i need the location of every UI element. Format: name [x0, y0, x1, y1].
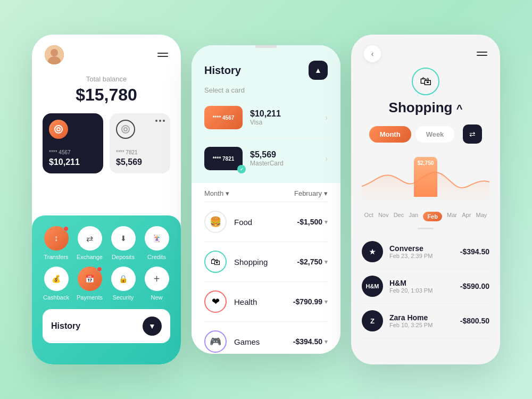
divider-3	[204, 242, 328, 242]
cards-row: **** 4567 $10,211 **** 7821 $5,569	[32, 113, 181, 182]
p2-top-section: History ▲ Select a card **** 4567 $10,21…	[192, 45, 340, 183]
divider-2	[204, 202, 328, 202]
svg-point-3	[55, 126, 62, 133]
divider-1	[204, 138, 328, 138]
action-exchange[interactable]: ⇄ Exchange	[76, 226, 103, 260]
food-amount: -$1,500 ▾	[297, 218, 328, 226]
menu-icon[interactable]	[157, 53, 168, 57]
month-jan: Jan	[409, 212, 418, 221]
card2-number: **** 7821	[116, 149, 164, 155]
history-title: History	[51, 321, 80, 331]
shopping-amount: -$2,750 ▾	[297, 257, 328, 266]
card2-balance: $5,569	[116, 157, 164, 167]
exchange-label: Exchange	[77, 254, 103, 260]
health-amount: -$790.99 ▾	[293, 297, 328, 306]
svg-point-5	[122, 126, 129, 133]
svg-point-4	[57, 128, 60, 131]
balance-section: Total balance $15,780	[32, 70, 181, 113]
action-transfers[interactable]: ↕ Transfers	[43, 226, 70, 260]
shopping-name: Shopping	[234, 257, 290, 267]
shopping-title: Shopping ^	[351, 99, 500, 116]
month-axis: Oct Nov Dec Jan Feb Mar Apr May	[351, 212, 500, 221]
action-payments[interactable]: 📅 Payments	[76, 267, 103, 301]
p2-bottom-section: Month ▾ February ▾ 🍔 Food -$1,500 ▾ 🛍 Sh…	[192, 183, 340, 354]
notch	[255, 45, 277, 48]
converse-info: Converse Feb 23, 2:39 PM	[389, 244, 454, 259]
card-arrow-2: ›	[325, 154, 328, 163]
exchange-icon: ⇄	[78, 226, 102, 251]
food-name: Food	[234, 218, 290, 227]
teal-section: ↕ Transfers ⇄ Exchange ⬇ Deposits 🃏	[32, 215, 181, 364]
action-cashback[interactable]: 💰 Cashback	[43, 267, 70, 301]
card-thumb-2-number: **** 7821	[213, 156, 235, 162]
card-thumb-dark: **** 7821 ✓	[204, 147, 243, 170]
history-bar: History ▼	[43, 309, 170, 343]
back-button[interactable]: ‹	[364, 45, 381, 62]
phone-3: ‹ 🛍 Shopping ^ Month Week ⇄ $2,750	[351, 35, 500, 364]
swap-button[interactable]: ⇄	[463, 124, 482, 144]
card-dark[interactable]: **** 4567 $10,211	[43, 113, 103, 173]
hm-amount: -$590.00	[460, 282, 489, 290]
month-feb[interactable]: Feb	[423, 212, 442, 221]
action-security[interactable]: 🔒 Security	[110, 267, 137, 301]
divider-4	[204, 281, 328, 282]
phone3-header: ‹	[351, 35, 500, 68]
action-new[interactable]: + New	[143, 267, 170, 301]
credits-icon: 🃏	[145, 226, 169, 251]
month-filter[interactable]: Month ▾	[204, 189, 229, 197]
card-amount-2: $5,569	[250, 150, 318, 160]
category-games[interactable]: 🎮 Games -$394.50 ▾	[192, 324, 340, 354]
shopping-chevron: ▾	[325, 259, 328, 265]
month-label: Month	[204, 189, 223, 197]
transfers-badge	[63, 226, 69, 231]
converse-date: Feb 23, 2:39 PM	[389, 253, 454, 259]
period-label: February	[294, 189, 322, 197]
history-arrow[interactable]: ▼	[143, 317, 162, 336]
tx-zara[interactable]: Z Zara Home Feb 10, 3:25 PM -$800.50	[362, 304, 489, 338]
phone3-menu[interactable]	[477, 52, 487, 56]
card-item-2[interactable]: **** 7821 ✓ $5,569 MasterCard ›	[192, 140, 340, 177]
balance-amount: $15,780	[45, 85, 168, 105]
card-type-1: Visa	[250, 119, 318, 126]
action-deposits[interactable]: ⬇ Deposits	[110, 226, 137, 260]
converse-name: Converse	[389, 244, 454, 253]
svg-point-6	[124, 128, 127, 131]
security-label: Security	[113, 294, 134, 301]
zara-name: Zara Home	[389, 313, 454, 322]
month-apr: Apr	[462, 212, 471, 221]
period-chevron: ▾	[324, 189, 328, 197]
converse-amount: -$394.50	[460, 247, 489, 256]
week-period-btn[interactable]: Week	[415, 126, 455, 143]
period-filter[interactable]: February ▾	[294, 189, 328, 197]
chevron-up-icon: ▲	[314, 66, 322, 74]
avatar	[45, 45, 64, 64]
food-icon: 🍔	[204, 211, 227, 233]
category-health[interactable]: ❤ Health -$790.99 ▾	[192, 284, 340, 319]
card-type-2: MasterCard	[250, 160, 318, 167]
hm-name: H&M	[389, 279, 454, 287]
divider-handle	[418, 228, 434, 229]
games-name: Games	[234, 337, 286, 346]
tx-converse[interactable]: ★ Converse Feb 23, 2:39 PM -$394.50	[362, 235, 489, 269]
card-light[interactable]: **** 7821 $5,569	[110, 113, 170, 173]
chart-svg	[362, 154, 489, 207]
category-food[interactable]: 🍔 Food -$1,500 ▾	[192, 204, 340, 239]
month-period-btn[interactable]: Month	[369, 126, 411, 143]
category-shopping[interactable]: 🛍 Shopping -$2,750 ▾	[192, 244, 340, 279]
card-thumb-1-number: **** 4567	[213, 115, 235, 121]
new-label: New	[151, 294, 162, 301]
tx-hm[interactable]: H&M H&M Feb 20, 1:03 PM -$590.00	[362, 269, 489, 304]
back-icon: ‹	[371, 49, 374, 58]
up-button[interactable]: ▲	[309, 61, 328, 80]
zara-date: Feb 10, 3:25 PM	[389, 322, 454, 328]
phone1-header	[32, 35, 181, 70]
card1-balance: $10,211	[49, 157, 97, 167]
shopping-big-icon: 🛍	[412, 68, 439, 95]
games-amount: -$394.50 ▾	[293, 337, 328, 346]
cashback-label: Cashback	[43, 294, 69, 301]
deposits-icon: ⬇	[111, 226, 136, 251]
action-credits[interactable]: 🃏 Credits	[143, 226, 170, 260]
shopping-icon: 🛍	[204, 251, 227, 273]
card-item-1[interactable]: **** 4567 $10,211 Visa ›	[192, 99, 340, 136]
card1-number: **** 4567	[49, 149, 97, 155]
